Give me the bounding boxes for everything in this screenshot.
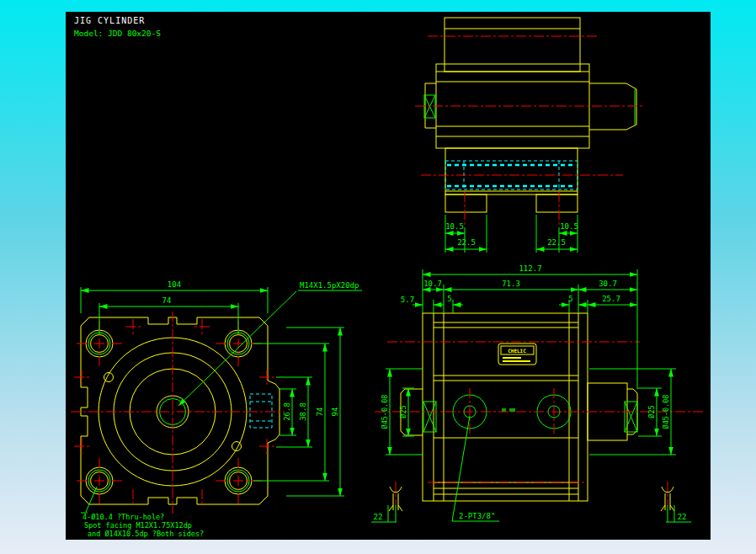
drawing-title: JIG CYLINDER bbox=[74, 16, 145, 25]
dim-25-7: 25.7 bbox=[602, 295, 620, 303]
dim-71-3: 71.3 bbox=[502, 280, 520, 288]
dim-94: 94 bbox=[331, 408, 339, 417]
dim-dia25-right: Ø25 bbox=[647, 405, 656, 418]
port-callout: 2-PT3/8" bbox=[459, 512, 495, 520]
drawing-canvas bbox=[66, 12, 711, 540]
dim-30-7: 30.7 bbox=[599, 280, 617, 288]
dim-10-5-right: 10.5 bbox=[560, 222, 578, 231]
drawing-model: Model: JDD 80x20-S bbox=[74, 29, 161, 38]
dim-5-7: 5.7 bbox=[401, 296, 414, 304]
dim-74-horizontal: 74 bbox=[162, 296, 172, 305]
brand-label: CHELIC bbox=[508, 348, 526, 354]
dim-10-5-left: 10.5 bbox=[445, 222, 464, 231]
thread-callout: M14X1.5pX20dp bbox=[300, 281, 359, 290]
dim-5-right: 5 bbox=[568, 295, 572, 303]
note-line-1: 4-Ø10.4 ?Thru-hole? bbox=[83, 513, 164, 521]
plug-dim-right: 22 bbox=[678, 513, 687, 521]
dim-dia45-left: Ø45-0.08 bbox=[381, 395, 389, 429]
dim-38-8: 38.8 bbox=[299, 402, 307, 421]
dim-10-7: 10.7 bbox=[423, 280, 442, 288]
dim-dia45-right: Ø45-0.08 bbox=[662, 395, 670, 429]
cad-drawing: JIG CYLINDER Model: JDD 80x20-S bbox=[0, 0, 756, 554]
note-line-2: Spot facing M12X1.75X12dp bbox=[84, 521, 192, 530]
dim-22-5-right: 22.5 bbox=[547, 238, 566, 247]
dim-5-left: 5 bbox=[447, 295, 451, 303]
dim-dia25-left: Ø25 bbox=[399, 405, 407, 418]
dim-26-8: 26.8 bbox=[283, 402, 291, 421]
desktop-background: JIG CYLINDER Model: JDD 80x20-S bbox=[0, 0, 756, 554]
dim-74-vertical: 74 bbox=[316, 408, 324, 417]
note-line-3: and Ø14X10.5dp ?Both sides? bbox=[88, 530, 204, 538]
dim-104: 104 bbox=[168, 280, 181, 289]
plug-dim-left: 22 bbox=[374, 513, 383, 521]
dim-112-7: 112.7 bbox=[519, 264, 541, 273]
dim-22-5-left: 22.5 bbox=[457, 238, 476, 247]
